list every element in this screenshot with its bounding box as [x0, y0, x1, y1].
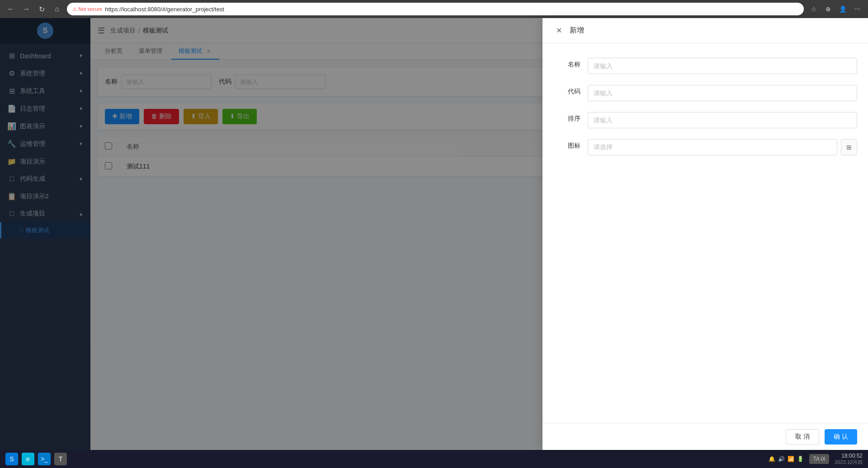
status-icon-vscode[interactable]: >_: [38, 453, 51, 465]
form-input-sort[interactable]: [588, 112, 857, 128]
modal-overlay: ✕ 新增 名称 代码 排序 图标: [0, 18, 868, 450]
bookmark-button[interactable]: ☆: [807, 3, 820, 15]
notification-icon: 🔔: [769, 456, 775, 462]
not-secure-indicator: ⚠ Not secure: [72, 6, 102, 12]
browser-actions: ☆ ⊕ 👤 ⋯: [807, 3, 863, 15]
extensions-button[interactable]: ⊕: [822, 3, 835, 15]
browser-chrome: ← → ↻ ⌂ ⚠ Not secure https://localhost:8…: [0, 0, 868, 18]
menu-button[interactable]: ⋯: [851, 3, 863, 15]
status-system-icons: 🔔 🔊 📶 🔋: [769, 456, 804, 462]
dialog-body: 名称 代码 排序 图标 请选择 ⊞: [542, 43, 868, 423]
dialog-header: ✕ 新增: [542, 18, 868, 43]
confirm-button[interactable]: 确 认: [825, 429, 857, 445]
form-label-sort: 排序: [553, 112, 580, 123]
form-label-name: 名称: [553, 58, 580, 69]
form-label-code: 代码: [553, 85, 580, 96]
address-bar[interactable]: ⚠ Not secure https://localhost:8080/#/ge…: [67, 3, 804, 15]
status-icon-typora[interactable]: T: [54, 453, 67, 465]
volume-icon: 🔊: [778, 456, 785, 462]
browser-nav-buttons: ← → ↻ ⌂: [5, 3, 63, 15]
status-icon-app1[interactable]: S: [5, 453, 18, 465]
icon-select-placeholder: 请选择: [594, 143, 613, 151]
form-row-code: 代码: [553, 85, 857, 101]
network-icon: 📶: [788, 456, 794, 462]
status-icon-app2[interactable]: e: [22, 453, 34, 465]
home-button[interactable]: ⌂: [51, 3, 63, 15]
url-text: https://localhost:8080/#/generator_proje…: [105, 6, 224, 13]
status-right: 🔔 🔊 📶 🔋 TA iX 18:00:52 2023.10月四: [769, 453, 863, 466]
form-row-name: 名称: [553, 58, 857, 74]
reload-button[interactable]: ↻: [35, 3, 48, 15]
add-dialog: ✕ 新增 名称 代码 排序 图标: [542, 18, 868, 450]
profile-button[interactable]: 👤: [836, 3, 849, 15]
back-button[interactable]: ←: [5, 3, 17, 15]
status-time: 18:00:52 2023.10月四: [835, 453, 863, 466]
status-app-icons: S e >_ T: [5, 453, 67, 465]
cancel-button[interactable]: 取 消: [786, 429, 819, 445]
dialog-close-button[interactable]: ✕: [553, 25, 564, 36]
icon-select-wrapper: 请选择 ⊞: [588, 139, 857, 155]
form-row-sort: 排序: [553, 112, 857, 128]
icon-grid-button[interactable]: ⊞: [841, 139, 857, 155]
form-label-icon: 图标: [553, 139, 580, 150]
dialog-title: 新增: [570, 26, 584, 35]
form-input-code[interactable]: [588, 85, 857, 101]
icon-select-input[interactable]: 请选择: [588, 139, 837, 155]
ta-ix-badge[interactable]: TA iX: [809, 454, 829, 464]
status-bar: S e >_ T 🔔 🔊 📶 🔋 TA iX 18:00:52 2023.10月…: [0, 450, 868, 468]
form-input-name[interactable]: [588, 58, 857, 74]
battery-icon: 🔋: [797, 456, 804, 462]
dialog-footer: 取 消 确 认: [542, 423, 868, 450]
form-row-icon: 图标 请选择 ⊞: [553, 139, 857, 155]
forward-button[interactable]: →: [20, 3, 33, 15]
